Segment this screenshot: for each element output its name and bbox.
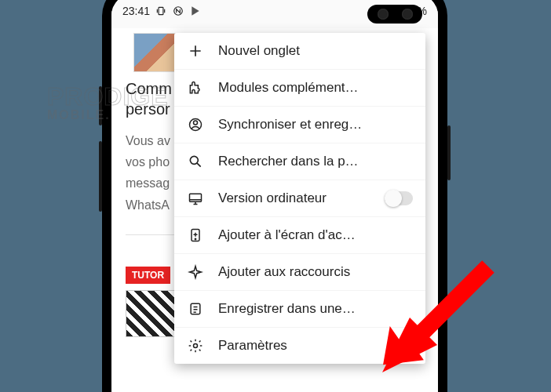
menu-label: Enregistrer dans une… bbox=[218, 301, 413, 317]
camera-cutout bbox=[367, 5, 422, 24]
menu-item-add-shortcut[interactable]: Ajouter aux raccourcis bbox=[174, 254, 425, 291]
menu-label: Version ordinateur bbox=[218, 191, 370, 206]
menu-item-addons[interactable]: Modules complément… bbox=[174, 70, 425, 107]
power-button[interactable] bbox=[447, 125, 451, 180]
clock: 23:41 bbox=[122, 5, 150, 17]
menu-item-add-home[interactable]: Ajouter à l'écran d'ac… bbox=[174, 217, 425, 254]
screen: 23:41 75 % Comm bbox=[111, 0, 438, 392]
svg-rect-0 bbox=[159, 7, 163, 14]
svg-point-12 bbox=[194, 344, 198, 348]
menu-label: Paramètres bbox=[218, 338, 413, 354]
desktop-icon bbox=[187, 190, 204, 207]
gear-icon bbox=[187, 337, 204, 354]
browser-overflow-menu: Nouvel onglet Modules complément… Synchr… bbox=[174, 33, 425, 364]
menu-item-find[interactable]: Rechercher dans la p… bbox=[174, 143, 425, 180]
svg-point-7 bbox=[190, 156, 198, 164]
menu-label: Modules complément… bbox=[218, 80, 413, 96]
svg-point-10 bbox=[195, 238, 195, 239]
menu-label: Rechercher dans la p… bbox=[218, 154, 413, 169]
phone-frame: 23:41 75 % Comm bbox=[102, 0, 447, 392]
collection-icon bbox=[187, 300, 204, 318]
article-thumbnail bbox=[133, 33, 181, 72]
svg-rect-8 bbox=[190, 194, 202, 201]
menu-item-sync[interactable]: Synchroniser et enreg… bbox=[174, 107, 425, 143]
sync-user-icon bbox=[187, 116, 204, 133]
vibrate-icon bbox=[155, 5, 167, 17]
category-tag[interactable]: TUTOR bbox=[126, 267, 170, 284]
menu-item-desktop-site[interactable]: Version ordinateur bbox=[174, 180, 425, 217]
menu-item-new-tab[interactable]: Nouvel onglet bbox=[174, 33, 425, 70]
menu-label: Synchroniser et enreg… bbox=[218, 117, 413, 132]
menu-item-save-collection[interactable]: Enregistrer dans une… bbox=[174, 291, 425, 328]
search-icon bbox=[187, 153, 204, 170]
menu-item-settings[interactable]: Paramètres bbox=[174, 328, 425, 364]
volume-up-button[interactable] bbox=[99, 86, 102, 125]
menu-label: Ajouter à l'écran d'ac… bbox=[218, 227, 413, 243]
puzzle-icon bbox=[187, 79, 204, 96]
menu-label: Ajouter aux raccourcis bbox=[218, 264, 413, 280]
menu-label: Nouvel onglet bbox=[218, 43, 413, 59]
sparkle-icon bbox=[187, 263, 204, 281]
plus-icon bbox=[187, 42, 204, 60]
volume-down-button[interactable] bbox=[99, 141, 102, 212]
add-home-icon bbox=[187, 227, 204, 244]
play-store-icon bbox=[189, 5, 202, 17]
desktop-site-toggle[interactable] bbox=[385, 191, 413, 205]
nfc-icon bbox=[172, 5, 184, 17]
svg-point-6 bbox=[194, 121, 198, 125]
